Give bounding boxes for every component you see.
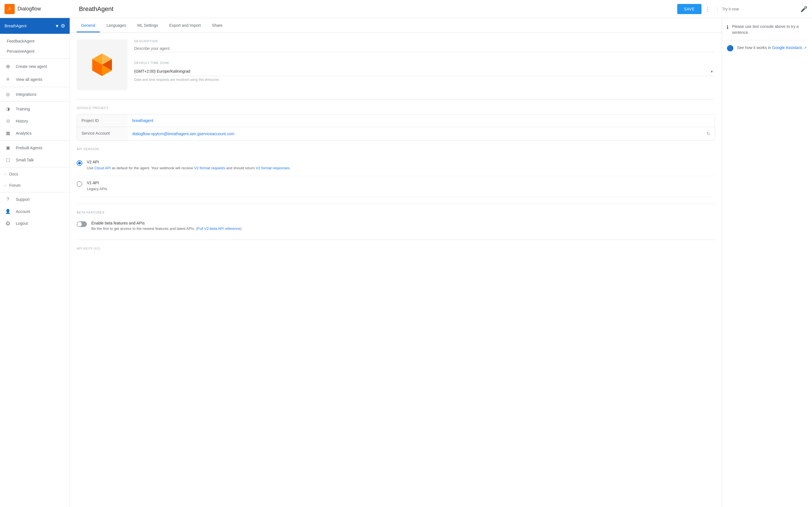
- try-now-area: 🎤: [717, 6, 808, 12]
- timezone-section: DEFAULT TIME ZONE (GMT+2:00) Europe/Kali…: [134, 61, 715, 82]
- sidebar-item-prebuilt-agents[interactable]: ▣ Prebuilt Agents: [0, 142, 70, 154]
- docs-label: Docs: [9, 172, 18, 176]
- agent-dropdown-arrow[interactable]: ▾: [56, 23, 58, 29]
- sidebar-item-pervasive-agent[interactable]: PervasiveAgent: [0, 46, 70, 56]
- section-divider-1: [77, 99, 715, 100]
- history-label: History: [16, 119, 28, 123]
- view-all-agents-label: View all agents: [16, 77, 42, 82]
- agent-title: BreathAgent: [74, 5, 677, 13]
- project-id-value: breathagent: [128, 114, 715, 127]
- beta-toggle-switch[interactable]: [77, 221, 87, 227]
- logo-area: Dialogflow: [4, 4, 74, 14]
- nav-divider-2: [0, 101, 70, 102]
- training-label: Training: [16, 107, 30, 111]
- project-id-link[interactable]: breathagent: [132, 118, 153, 123]
- description-input[interactable]: [134, 45, 715, 52]
- sidebar-item-support[interactable]: ? Support: [0, 193, 70, 205]
- sidebar-item-forum[interactable]: › Forum: [0, 180, 70, 191]
- try-now-input[interactable]: [722, 7, 801, 11]
- timezone-hint: Date and time requests are resolved usin…: [134, 78, 715, 82]
- google-project-heading: GOOGLE PROJECT: [77, 106, 715, 110]
- tab-general[interactable]: General: [77, 18, 100, 33]
- support-label: Support: [16, 197, 30, 202]
- nav-divider-1: [0, 87, 70, 87]
- prebuilt-agents-label: Prebuilt Agents: [16, 146, 42, 150]
- support-icon: ?: [4, 197, 11, 202]
- history-icon: ⊙: [4, 118, 11, 124]
- try-hint-text: Please use test console above to try a s…: [732, 24, 808, 36]
- beta-toggle-row: Enable beta features and APIs Be the fir…: [77, 219, 715, 233]
- beta-toggle-desc: Be the first to get access to the newest…: [91, 226, 242, 231]
- ga-text: See how it works in Google Assistant. ↗: [737, 45, 807, 51]
- content-body: DESCRIPTION DEFAULT TIME ZONE (GMT+2:00)…: [70, 33, 722, 262]
- service-account-link[interactable]: dialogflow-vpytcm@breathagent.iam.gservi…: [132, 131, 234, 136]
- dialogflow-logo-icon: [4, 4, 15, 14]
- tab-languages[interactable]: Languages: [102, 18, 131, 33]
- beta-desc-pre: Be the first to get access to the newest…: [91, 226, 197, 231]
- nav-section: ⊕ Create new agent ≡ View all agents ◎ I…: [0, 59, 70, 230]
- v2-desc-pre: Use: [87, 166, 94, 170]
- v1-api-content: V1 API Legacy APIs: [87, 180, 107, 192]
- logout-icon: ⏻: [4, 221, 11, 226]
- account-label: Account: [16, 209, 30, 214]
- sidebar-item-analytics[interactable]: ▦ Analytics: [0, 127, 70, 139]
- more-options-icon[interactable]: ⋮: [705, 6, 711, 12]
- nav-divider-5: [0, 192, 70, 192]
- docs-chevron-icon: ›: [4, 172, 6, 176]
- agent-settings-gear[interactable]: ⚙: [61, 23, 65, 29]
- beta-api-ref-link[interactable]: Full V2-beta API reference: [197, 226, 240, 231]
- v2-api-radio[interactable]: [77, 160, 82, 166]
- sidebar-item-create-new-agent[interactable]: ⊕ Create new agent: [0, 60, 70, 73]
- v1-api-label: V1 API: [87, 180, 107, 185]
- save-button[interactable]: SAVE: [677, 4, 702, 14]
- info-circle-icon: ℹ: [726, 24, 728, 31]
- beta-toggle-label: Enable beta features and APIs: [91, 221, 242, 225]
- tab-bar: General Languages ML Settings Export and…: [70, 18, 722, 33]
- create-new-agent-label: Create new agent: [16, 64, 47, 69]
- agent-avatar: [77, 40, 128, 90]
- sidebar: BreathAgent ▾ ⚙ FeedbackAgent PervasiveA…: [0, 18, 70, 507]
- sidebar-item-training[interactable]: ◑ Training: [0, 103, 70, 115]
- api-version-heading: API VERSION: [77, 147, 715, 151]
- v2-api-label: V2 API: [87, 160, 291, 164]
- sidebar-item-account[interactable]: 👤 Account: [0, 205, 70, 217]
- google-assistant-link[interactable]: Google Assistant. ↗: [772, 45, 807, 50]
- nav-divider-4: [0, 167, 70, 167]
- sidebar-item-docs[interactable]: › Docs: [0, 168, 70, 180]
- timezone-select[interactable]: (GMT+2:00) Europe/Kaliningrad: [134, 67, 715, 76]
- google-project-table: Project ID breathagent Service Account d…: [77, 114, 715, 140]
- v2-format-req-link[interactable]: V2 format requests: [194, 166, 225, 170]
- refresh-icon[interactable]: ↻: [707, 131, 710, 136]
- tab-share[interactable]: Share: [207, 18, 227, 33]
- sidebar-item-feedback-agent[interactable]: FeedbackAgent: [0, 36, 70, 46]
- sidebar-item-integrations[interactable]: ◎ Integrations: [0, 88, 70, 100]
- timezone-label: DEFAULT TIME ZONE: [134, 61, 715, 64]
- top-header: Dialogflow BreathAgent SAVE ⋮ 🎤: [0, 0, 812, 18]
- logout-label: Logout: [16, 221, 28, 226]
- project-id-row: Project ID breathagent: [77, 114, 715, 127]
- tab-export-import[interactable]: Export and Import: [165, 18, 205, 33]
- beta-heading: BETA FEATURES: [77, 211, 715, 214]
- microphone-icon[interactable]: 🎤: [801, 6, 808, 12]
- cloud-api-link[interactable]: Cloud API: [94, 166, 111, 170]
- sidebar-item-history[interactable]: ⊙ History: [0, 115, 70, 127]
- sidebar-item-small-talk[interactable]: ▢ Small Talk: [0, 154, 70, 166]
- timezone-wrapper: (GMT+2:00) Europe/Kaliningrad: [134, 67, 715, 76]
- google-assistant-row: 🔵 See how it works in Google Assistant. …: [726, 45, 808, 52]
- forum-label: Forum: [9, 183, 20, 187]
- tab-ml-settings[interactable]: ML Settings: [133, 18, 162, 33]
- plus-circle-icon: ⊕: [4, 63, 11, 69]
- sidebar-item-logout[interactable]: ⏻ Logout: [0, 217, 70, 229]
- agent-info: DESCRIPTION DEFAULT TIME ZONE (GMT+2:00)…: [134, 40, 715, 82]
- section-divider-3: [77, 240, 715, 240]
- v1-api-radio[interactable]: [77, 181, 82, 187]
- small-talk-icon: ▢: [4, 157, 11, 163]
- v1-api-option: V1 API Legacy APIs: [77, 176, 715, 197]
- v1-api-desc: Legacy APIs: [87, 186, 107, 192]
- v2-format-res-link[interactable]: V2 format responses: [256, 166, 290, 170]
- description-label: DESCRIPTION: [134, 40, 715, 43]
- agent-list: FeedbackAgent PervasiveAgent: [0, 34, 70, 59]
- api-keys-heading: API KEYS (V1): [77, 247, 715, 250]
- agent-selector[interactable]: BreathAgent ▾ ⚙: [0, 18, 70, 34]
- sidebar-item-view-all-agents[interactable]: ≡ View all agents: [0, 73, 70, 86]
